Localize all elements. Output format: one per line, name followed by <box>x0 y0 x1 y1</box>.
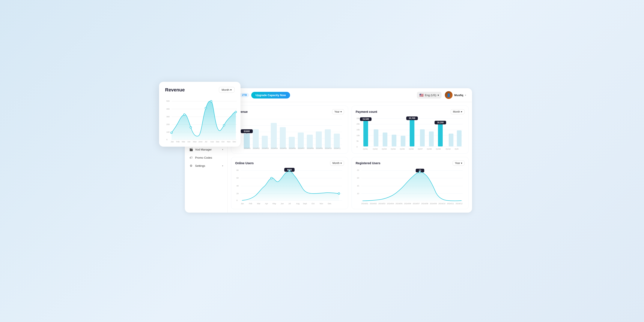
revenue-bar-header: Revenue Year ▾ <box>235 109 344 114</box>
svg-text:2024/05: 2024/05 <box>280 147 287 150</box>
upgrade-capacity-button[interactable]: Upgrade Capacity Now <box>251 92 290 99</box>
svg-text:Mar: Mar <box>257 202 260 205</box>
data-point <box>184 114 185 115</box>
svg-text:0: 0 <box>236 199 238 201</box>
bar <box>307 135 313 149</box>
data-point <box>223 124 225 126</box>
svg-text:Nov: Nov <box>320 202 323 205</box>
bar-light <box>449 134 454 147</box>
online-users-svg: 80 60 40 20 0 <box>235 168 344 206</box>
bar <box>271 123 277 149</box>
data-point <box>190 127 192 128</box>
svg-text:Apr: Apr <box>265 202 268 205</box>
svg-text:2024/09: 2024/09 <box>316 147 323 150</box>
sidebar-item-label: Vod Manager <box>195 148 220 151</box>
flag-icon: 🇺🇸 <box>419 93 424 97</box>
charts-grid: Revenue Year ▾ <box>228 102 472 213</box>
revenue-card: Revenue Month ▾ 500 400 300 200 100 0 <box>159 82 240 147</box>
data-point <box>338 193 340 194</box>
online-users-header: Online Users Month ▾ <box>235 161 344 166</box>
bar <box>334 134 340 149</box>
language-selector[interactable]: 🇺🇸 Eng (US) ▾ <box>417 92 442 99</box>
svg-text:Aug: Aug <box>210 141 214 142</box>
revenue-chart-area: 500 400 300 200 100 0 <box>165 95 234 142</box>
svg-text:2024/11: 2024/11 <box>334 147 341 150</box>
svg-text:25k: 25k <box>356 117 360 120</box>
svg-text:2024/06: 2024/06 <box>404 202 411 205</box>
chevron-down-icon: ▾ <box>340 162 342 165</box>
svg-text:01/09: 01/09 <box>436 148 441 150</box>
online-users-area <box>242 171 339 201</box>
svg-text:Feb: Feb <box>176 141 180 142</box>
svg-text:May: May <box>272 202 276 205</box>
header-right: 🇺🇸 Eng (US) ▾ 👤 Musfiq ▾ <box>417 91 466 99</box>
svg-text:15k: 15k <box>356 129 360 131</box>
svg-text:2024/12: 2024/12 <box>456 202 463 205</box>
svg-text:01/04: 01/04 <box>391 148 396 150</box>
svg-text:Sept: Sept <box>303 202 307 205</box>
sidebar-item-settings[interactable]: ⚙ Settings ▾ <box>185 162 228 170</box>
svg-text:2024/08: 2024/08 <box>307 147 314 150</box>
svg-text:2024/02: 2024/02 <box>370 202 377 205</box>
registered-users-area <box>362 172 462 201</box>
svg-text:Sep: Sep <box>216 141 219 142</box>
tooltip-10200: 10,200 <box>437 121 444 124</box>
svg-text:2024/04: 2024/04 <box>271 147 278 150</box>
chevron-down-icon: ▾ <box>461 162 462 165</box>
settings-icon: ⚙ <box>189 164 193 168</box>
bar-light <box>374 129 378 147</box>
data-point-peak <box>419 171 420 173</box>
svg-text:200: 200 <box>166 123 170 126</box>
registered-users-chart-card: Registered Users Year ▾ <box>352 157 469 209</box>
svg-text:2024/10: 2024/10 <box>438 202 446 205</box>
svg-text:Aug: Aug <box>296 202 300 205</box>
vod-manager-icon: 🎬 <box>189 148 193 151</box>
chevron-down-icon: ▾ <box>230 88 232 91</box>
online-users-chart-card: Online Users Month ▾ <box>231 157 348 209</box>
chevron-down-icon: ▾ <box>222 148 223 151</box>
user-avatar: 👤 <box>445 91 452 99</box>
svg-text:Jan: Jan <box>171 141 174 142</box>
chevron-down-icon: ▾ <box>465 94 466 96</box>
sidebar-item-promo-codes[interactable]: 🏷 Promo Codes <box>185 154 228 162</box>
svg-text:20: 20 <box>236 192 238 195</box>
registered-users-svg: 25 20 15 10 <box>356 168 464 206</box>
user-profile[interactable]: 👤 Musfiq ▾ <box>445 91 466 99</box>
bar-light <box>457 130 462 147</box>
svg-text:Oct: Oct <box>312 202 315 205</box>
bar-teal <box>364 121 368 147</box>
payment-month-filter[interactable]: Month ▾ <box>451 109 464 114</box>
bar-light <box>429 132 434 147</box>
chevron-down-icon: ▾ <box>340 110 342 113</box>
svg-text:40: 40 <box>236 185 238 187</box>
promo-codes-icon: 🏷 <box>189 156 193 160</box>
bar <box>280 127 286 149</box>
svg-text:2024/03: 2024/03 <box>262 147 269 150</box>
tooltip-value: $1600 <box>244 130 250 133</box>
bar-light <box>420 129 425 147</box>
revenue-year-filter[interactable]: Year ▾ <box>332 109 344 114</box>
tooltip-15500: 15,500 <box>362 118 369 120</box>
online-users-title: Online Users <box>235 161 254 165</box>
registered-users-year-filter[interactable]: Year ▾ <box>452 161 464 166</box>
bar-light <box>401 136 406 147</box>
bar <box>262 136 268 149</box>
revenue-svg-chart: 500 400 300 200 100 0 <box>165 95 238 142</box>
online-users-month-filter[interactable]: Month ▾ <box>330 161 344 166</box>
bar <box>253 129 259 149</box>
svg-text:01/9: 01/9 <box>455 148 458 150</box>
lang-label: Eng (US) <box>425 94 436 97</box>
svg-text:Apr: Apr <box>187 141 190 142</box>
svg-text:10k: 10k <box>356 135 360 137</box>
svg-text:0: 0 <box>166 139 168 141</box>
svg-text:Mar: Mar <box>182 141 185 142</box>
svg-text:Jul: Jul <box>205 141 207 142</box>
svg-text:Jul: Jul <box>288 202 291 205</box>
svg-text:01/05: 01/05 <box>400 148 405 150</box>
svg-text:01/07: 01/07 <box>418 148 423 150</box>
data-point <box>270 177 272 179</box>
sidebar-item-label: Settings <box>195 164 220 167</box>
svg-text:20k: 20k <box>356 123 360 125</box>
revenue-month-dropdown[interactable]: Month ▾ <box>219 87 234 93</box>
svg-text:100: 100 <box>166 131 170 133</box>
